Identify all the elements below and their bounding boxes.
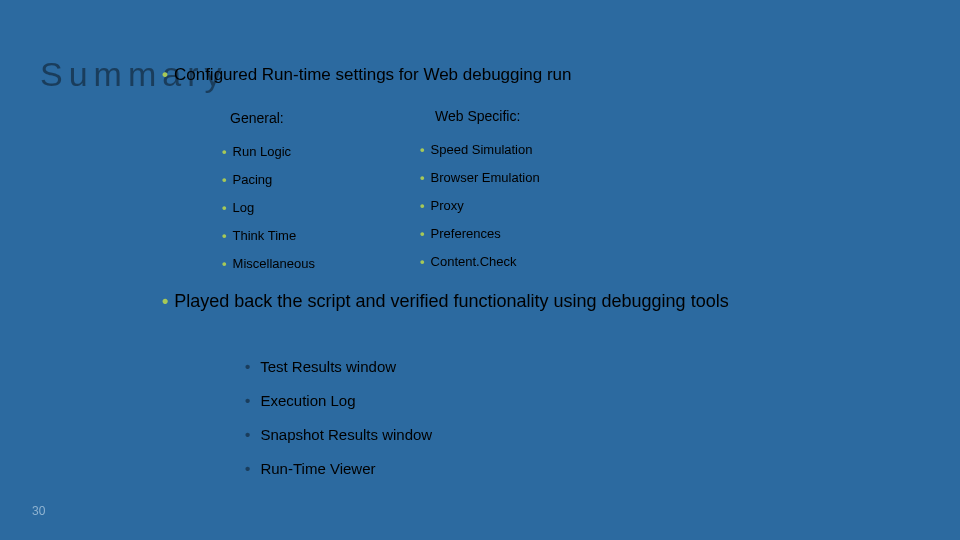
item-text: Test Results window <box>260 358 396 375</box>
page-number: 30 <box>32 504 45 518</box>
item-text: Run-Time Viewer <box>260 460 375 477</box>
list-item: •Miscellaneous <box>222 250 315 278</box>
bullet-icon: • <box>245 358 250 375</box>
bullet-icon: • <box>222 200 227 215</box>
list-item: •Log <box>222 194 315 222</box>
bullet-played-back-text: Played back the script and verified func… <box>174 291 728 311</box>
general-header: General: <box>230 110 284 126</box>
bullet-configured: •Configured Run-time settings for Web de… <box>162 65 571 85</box>
item-text: Log <box>233 200 255 215</box>
item-text: Proxy <box>431 198 464 213</box>
bullet-icon: • <box>420 254 425 269</box>
slide: Summary •Configured Run-time settings fo… <box>0 0 960 540</box>
bullet-icon: • <box>222 172 227 187</box>
bullet-icon: • <box>162 291 168 311</box>
list-item: •Proxy <box>420 192 540 220</box>
web-specific-header: Web Specific: <box>435 108 520 124</box>
item-text: Content.Check <box>431 254 517 269</box>
list-item: •Pacing <box>222 166 315 194</box>
item-text: Browser Emulation <box>431 170 540 185</box>
item-text: Snapshot Results window <box>260 426 432 443</box>
bullet-icon: • <box>222 256 227 271</box>
bullet-icon: • <box>420 170 425 185</box>
bullet-played-back: •Played back the script and verified fun… <box>162 290 862 313</box>
list-item: •Content.Check <box>420 248 540 276</box>
item-text: Think Time <box>233 228 297 243</box>
bullet-icon: • <box>162 65 168 84</box>
list-item: • Snapshot Results window <box>245 418 432 452</box>
list-item: • Run-Time Viewer <box>245 452 432 486</box>
web-specific-list: •Speed Simulation •Browser Emulation •Pr… <box>420 136 540 276</box>
bullet-icon: • <box>245 426 250 443</box>
list-item: •Speed Simulation <box>420 136 540 164</box>
bullet-icon: • <box>420 226 425 241</box>
list-item: •Run Logic <box>222 138 315 166</box>
general-list: •Run Logic •Pacing •Log •Think Time •Mis… <box>222 138 315 278</box>
item-text: Preferences <box>431 226 501 241</box>
bullet-icon: • <box>222 144 227 159</box>
bullet-icon: • <box>245 392 250 409</box>
item-text: Pacing <box>233 172 273 187</box>
list-item: • Execution Log <box>245 384 432 418</box>
bullet-configured-text: Configured Run-time settings for Web deb… <box>174 65 572 84</box>
bullet-icon: • <box>222 228 227 243</box>
item-text: Miscellaneous <box>233 256 315 271</box>
list-item: •Preferences <box>420 220 540 248</box>
bullet-icon: • <box>245 460 250 477</box>
item-text: Run Logic <box>233 144 292 159</box>
list-item: •Browser Emulation <box>420 164 540 192</box>
list-item: • Test Results window <box>245 350 432 384</box>
tools-list: • Test Results window • Execution Log • … <box>245 350 432 486</box>
bullet-icon: • <box>420 198 425 213</box>
list-item: •Think Time <box>222 222 315 250</box>
item-text: Execution Log <box>260 392 355 409</box>
bullet-icon: • <box>420 142 425 157</box>
item-text: Speed Simulation <box>431 142 533 157</box>
